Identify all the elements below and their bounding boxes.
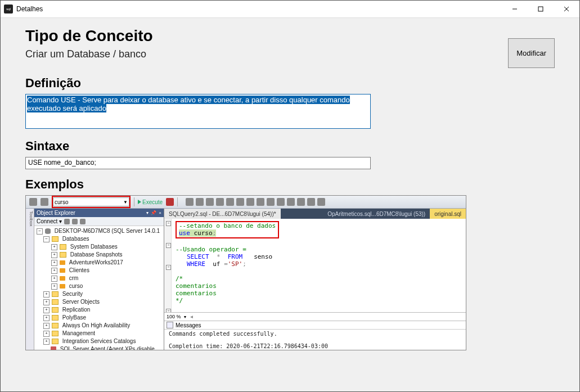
fold-icon[interactable]: − xyxy=(166,221,171,226)
toolbar-icon xyxy=(287,198,295,206)
editor-tab[interactable]: original.sql xyxy=(430,209,466,219)
expand-icon[interactable]: + xyxy=(43,299,50,305)
syntax-input[interactable]: USE nome_do_banco; xyxy=(25,157,371,169)
expand-icon[interactable]: + xyxy=(43,339,50,345)
pin-icon[interactable]: 📌 xyxy=(151,210,156,215)
toolbar-icon xyxy=(317,198,325,206)
toolbar-icon xyxy=(206,198,214,206)
database-icon xyxy=(60,268,65,273)
expand-icon[interactable]: + xyxy=(51,268,57,274)
page-subtitle: Criar um Database / banco xyxy=(25,48,153,60)
toolbar-icon xyxy=(297,198,305,206)
separator xyxy=(134,197,134,206)
toolbar-icon xyxy=(29,198,37,206)
database-icon xyxy=(60,260,65,265)
editor-tab[interactable]: SQLQuery2.sql - DE...6D7MC8\lugui (54))* xyxy=(164,209,281,219)
object-explorer: Object Explorer ▾📌× Connect ▾ − DESKTOP-… xyxy=(34,209,164,350)
fold-icon[interactable]: − xyxy=(166,243,171,248)
definition-text: Comando USE - Serve para deixar o databa… xyxy=(27,96,350,112)
expand-icon[interactable]: + xyxy=(51,244,57,250)
agent-icon xyxy=(51,346,56,350)
pin-icon[interactable]: ▾ xyxy=(146,210,149,215)
minimize-button[interactable] xyxy=(502,1,528,17)
code-editor[interactable]: − − − − --setando o banco de dadosuse cu… xyxy=(164,219,466,313)
example-screenshot: curso ▼ Execute xyxy=(25,195,466,350)
expand-icon[interactable]: + xyxy=(43,291,50,298)
zoom-bar: 100 %▼ ◄ xyxy=(164,313,466,321)
messages-output: Commands completed successfully. Complet… xyxy=(164,330,466,350)
object-explorer-title: Object Explorer xyxy=(37,210,75,216)
content-area: Tipo de Conceito Criar um Database / ban… xyxy=(1,18,579,391)
toolbar-icon xyxy=(216,198,224,206)
database-combo[interactable]: curso ▼ xyxy=(53,197,129,206)
toolbar-icon xyxy=(41,198,48,206)
app-icon xyxy=(4,4,13,13)
toolbar-icon xyxy=(257,198,264,206)
object-explorer-titlebar: Object Explorer ▾📌× xyxy=(34,209,164,217)
fold-icon[interactable]: − xyxy=(166,265,171,270)
chevron-down-icon: ▼ xyxy=(123,200,128,205)
fold-icon[interactable]: − xyxy=(166,309,171,313)
window-title: Detalhes xyxy=(16,5,43,13)
syntax-heading: Sintaxe xyxy=(25,139,555,154)
editor-tabs: SQLQuery2.sql - DE...6D7MC8\lugui (54))*… xyxy=(164,209,466,219)
execute-button[interactable]: Execute xyxy=(138,199,163,205)
window-controls xyxy=(502,1,579,17)
close-button[interactable] xyxy=(554,1,579,17)
toolbar-icon xyxy=(186,198,194,206)
expand-icon[interactable]: + xyxy=(43,331,50,337)
folder-icon xyxy=(60,244,66,250)
maximize-button[interactable] xyxy=(528,1,554,17)
toolbar-icon xyxy=(226,198,234,206)
toolbar-icon xyxy=(267,198,275,206)
expand-icon[interactable]: + xyxy=(51,283,57,290)
titlebar-left: Detalhes xyxy=(4,4,43,13)
close-icon[interactable]: × xyxy=(159,210,161,215)
expand-icon[interactable]: + xyxy=(43,323,50,329)
folder-icon xyxy=(52,307,59,313)
toolbar-icon xyxy=(246,198,254,206)
titlebar: Detalhes xyxy=(1,1,579,18)
folder-icon xyxy=(52,323,59,328)
separator xyxy=(177,197,178,206)
zoom-value[interactable]: 100 % xyxy=(167,314,181,319)
window: Detalhes Tipo de Conceito Criar um Datab… xyxy=(0,0,580,392)
definition-textarea[interactable]: Comando USE - Serve para deixar o databa… xyxy=(25,94,371,129)
toolbar-icon xyxy=(72,219,78,224)
toolbar-icon xyxy=(277,198,285,206)
database-combo-value: curso xyxy=(55,199,68,205)
editor-tab[interactable]: OpAritmeticos.sql...6D7MC8\lugui (53)) xyxy=(323,209,430,219)
page-title: Tipo de Conceito xyxy=(25,27,153,45)
expand-icon[interactable]: + xyxy=(51,276,57,282)
folder-icon xyxy=(52,291,59,297)
chevron-down-icon[interactable]: ▼ xyxy=(183,315,187,319)
messages-tab[interactable]: Messages xyxy=(164,321,466,330)
code-highlight-box: --setando o banco de dadosuse curso; xyxy=(176,221,279,238)
svg-rect-1 xyxy=(538,7,543,11)
expand-icon[interactable]: + xyxy=(51,260,57,266)
collapse-icon[interactable]: − xyxy=(43,236,50,242)
editor-column: SQLQuery2.sql - DE...6D7MC8\lugui (54))*… xyxy=(164,209,466,350)
expand-icon[interactable]: + xyxy=(43,307,50,313)
toolbar-icon xyxy=(196,198,204,206)
folder-icon xyxy=(52,299,59,305)
server-icon xyxy=(45,228,51,234)
toolbox-tab[interactable]: Toolbox xyxy=(26,209,34,350)
database-icon xyxy=(60,276,65,281)
toolbar-icon xyxy=(64,219,70,224)
object-explorer-toolbar: Connect ▾ xyxy=(34,217,164,226)
folder-icon xyxy=(52,315,59,321)
toolbar-icon xyxy=(236,198,244,206)
folder-icon xyxy=(52,236,59,242)
ssms-toolbar: curso ▼ Execute xyxy=(26,196,466,209)
toolbar-icon xyxy=(80,219,86,224)
messages-icon xyxy=(167,322,173,328)
connect-button[interactable]: Connect ▾ xyxy=(37,218,62,224)
expand-icon[interactable]: + xyxy=(43,315,50,321)
expand-icon[interactable]: + xyxy=(51,252,57,258)
collapse-icon[interactable]: − xyxy=(37,228,43,235)
stop-icon xyxy=(166,198,174,206)
modify-button[interactable]: Modificar xyxy=(508,38,555,68)
toolbar-icon xyxy=(307,198,315,206)
object-explorer-tree[interactable]: − DESKTOP-M6D7MC8 (SQL Server 14.0.1 − D… xyxy=(34,226,164,350)
